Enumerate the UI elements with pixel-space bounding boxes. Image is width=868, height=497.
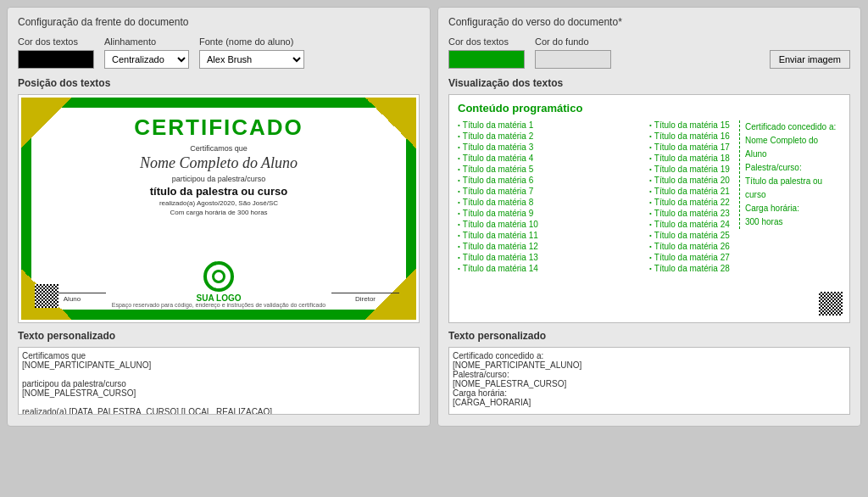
subject-item: •Título da matéria 9 <box>458 208 649 219</box>
subject-item: •Título da matéria 5 <box>458 164 649 175</box>
cert-footer: Aluno SUA LOGO Diretor <box>38 261 399 303</box>
right-info-line: Certificado concedido a: <box>745 120 841 134</box>
bullet-icon: • <box>649 265 652 272</box>
right-textarea-title: Texto personalizado <box>448 330 850 342</box>
bullet-icon: • <box>458 187 460 195</box>
text-color-picker[interactable] <box>18 50 94 69</box>
right-info-line: Palestra/curso: <box>745 161 841 175</box>
alignment-label: Alinhamento <box>104 36 189 47</box>
position-label: Posição dos textos <box>18 77 420 89</box>
left-textarea-section: Texto personalizado Certificamos que [NO… <box>18 330 420 417</box>
viz-right-info: Certificado concedido a:Nome Completo do… <box>739 120 841 229</box>
subject-item: •Título da matéria 6 <box>458 175 649 186</box>
right-info-line: Título da palestra ou curso <box>745 175 841 202</box>
top-controls-row: Cor dos textos Alinhamento Centralizado … <box>18 36 420 69</box>
send-image-button[interactable]: Enviar imagem <box>770 50 850 69</box>
cert-participated: participou da palestra/curso <box>172 175 266 183</box>
certificate-preview: CERTIFICADO Certificamos que Nome Comple… <box>18 94 420 323</box>
cert-student-name: Nome Completo do Aluno <box>140 154 298 172</box>
right-info-line: Carga horária: <box>745 202 841 215</box>
right-bg-color-picker[interactable] <box>535 50 611 69</box>
bullet-icon: • <box>458 209 460 217</box>
bullet-icon: • <box>458 265 460 272</box>
right-custom-text[interactable]: Certificado concedido a: [NOME_PARTICIPA… <box>448 347 850 415</box>
bullet-icon: • <box>458 132 460 140</box>
right-bg-color-field: Cor do fundo <box>535 36 611 69</box>
font-field: Fonte (nome do aluno) Alex Brush Arial T… <box>199 36 304 69</box>
subject-item: •Título da matéria 1 <box>458 120 649 131</box>
cert-date-location: realizado(a) Agosto/2020, São José/SC <box>159 199 278 207</box>
bullet-icon: • <box>649 176 652 184</box>
cert-course-title: título da palestra ou curso <box>150 185 288 198</box>
subject-item: •Título da matéria 14 <box>458 263 649 274</box>
cert-border-bottom <box>21 310 416 320</box>
left-custom-text[interactable]: Certificamos que [NOME_PARTICIPANTE_ALUN… <box>18 347 420 415</box>
cert-logo: SUA LOGO <box>197 261 242 303</box>
font-label: Fonte (nome do aluno) <box>199 36 304 47</box>
content-title: Conteúdo programático <box>458 102 841 114</box>
right-textarea-section: Texto personalizado Certificado concedid… <box>448 330 850 417</box>
cert-logo-inner <box>212 270 225 283</box>
subject-item: •Título da matéria 2 <box>458 131 649 142</box>
subject-item: •Título da matéria 10 <box>458 219 649 230</box>
subjects-col1: •Título da matéria 1•Título da matéria 2… <box>458 120 649 274</box>
viz-section-title: Visualização dos textos <box>448 77 850 89</box>
bullet-icon: • <box>458 221 460 228</box>
subject-item: •Título da matéria 25 <box>649 230 841 241</box>
subject-item: •Título da matéria 7 <box>458 186 649 197</box>
subject-item: •Título da matéria 13 <box>458 252 649 263</box>
left-panel: Configuração da frente do documento Cor … <box>7 7 431 427</box>
bullet-icon: • <box>649 209 652 217</box>
cert-logo-circle <box>203 261 234 292</box>
bullet-icon: • <box>649 121 652 129</box>
bullet-icon: • <box>458 143 460 151</box>
cert-border-top <box>21 98 416 108</box>
subject-item: •Título da matéria 27 <box>649 252 841 263</box>
bullet-icon: • <box>649 243 652 250</box>
font-select[interactable]: Alex Brush Arial Times New Roman <box>199 50 304 69</box>
right-info-line: 300 horas <box>745 215 841 229</box>
cert-certifies: Certificamos que <box>190 144 248 153</box>
right-text-color-picker[interactable] <box>448 50 525 69</box>
subject-item: •Título da matéria 8 <box>458 197 649 208</box>
send-image-field: x Enviar imagem <box>770 36 850 69</box>
bullet-icon: • <box>649 132 652 140</box>
right-text-color-field: Cor dos textos <box>448 36 525 69</box>
alignment-select[interactable]: Centralizado Esquerda Direita <box>104 50 189 69</box>
bullet-icon: • <box>458 176 460 184</box>
right-panel: Configuração do verso do documento* Cor … <box>437 7 861 427</box>
subject-item: •Título da matéria 4 <box>458 153 649 164</box>
cert-footer-text: Espaço reservado para código, endereço e… <box>21 302 416 308</box>
viz-qr-image <box>819 292 843 316</box>
right-text-color-label: Cor dos textos <box>448 36 525 47</box>
bullet-icon: • <box>458 243 460 250</box>
bullet-icon: • <box>649 198 652 206</box>
bullet-icon: • <box>649 232 652 239</box>
alignment-field: Alinhamento Centralizado Esquerda Direit… <box>104 36 189 69</box>
bullet-icon: • <box>649 254 652 261</box>
cert-title: CERTIFICADO <box>134 114 303 141</box>
bullet-icon: • <box>458 121 460 129</box>
cert-workload: Com carga horária de 300 horas <box>170 209 267 216</box>
bullet-icon: • <box>458 165 460 173</box>
bullet-icon: • <box>649 165 652 173</box>
text-color-field: Cor dos textos <box>18 36 94 69</box>
bullet-icon: • <box>458 232 460 239</box>
text-color-label: Cor dos textos <box>18 36 94 47</box>
subject-item: •Título da matéria 3 <box>458 142 649 153</box>
bullet-icon: • <box>458 154 460 162</box>
right-panel-title: Configuração do verso do documento* <box>448 16 850 28</box>
bullet-icon: • <box>649 154 652 162</box>
left-textarea-title: Texto personalizado <box>18 330 420 342</box>
cert-inner: CERTIFICADO Certificamos que Nome Comple… <box>19 95 419 322</box>
main-container: Configuração da frente do documento Cor … <box>7 7 861 427</box>
right-bg-color-label: Cor do fundo <box>535 36 611 47</box>
subject-item: •Título da matéria 28 <box>649 263 841 274</box>
right-top-controls: Cor dos textos Cor do fundo x Enviar ima… <box>448 36 850 69</box>
left-panel-title: Configuração da frente do documento <box>18 16 420 28</box>
cert-signature-line-director <box>331 293 399 293</box>
visualization-panel: Conteúdo programático •Título da matéria… <box>448 94 850 323</box>
bullet-icon: • <box>649 187 652 195</box>
subject-item: •Título da matéria 11 <box>458 230 649 241</box>
subject-item: •Título da matéria 12 <box>458 241 649 252</box>
